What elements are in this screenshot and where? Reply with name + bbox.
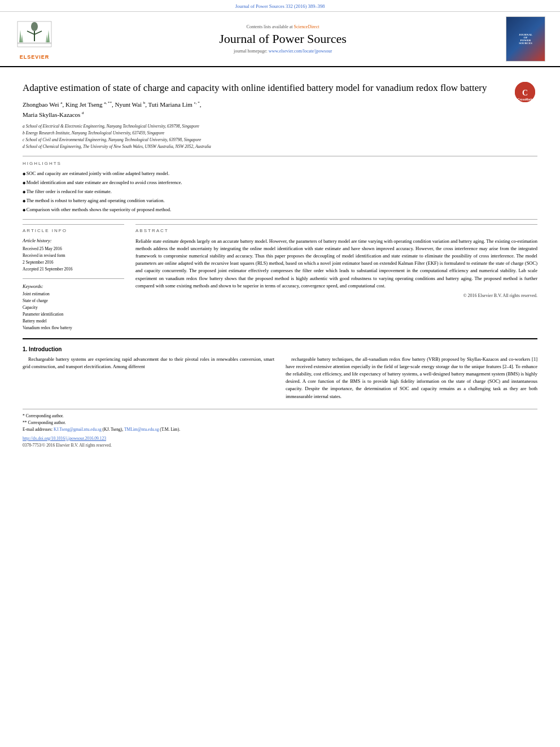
highlights-label: HIGHLIGHTS xyxy=(23,161,537,166)
crossmark-icon: C CrossMark xyxy=(515,82,535,102)
intro-text-left: Rechargeable battery systems are experie… xyxy=(23,356,274,370)
science-direct-label: Contents lists available at ScienceDirec… xyxy=(65,24,500,29)
highlight-4: The method is robust to battery aging an… xyxy=(23,196,537,206)
doi-line: http://dx.doi.org/10.1016/j.jpowsour.201… xyxy=(23,435,537,442)
svg-point-2 xyxy=(31,22,38,31)
received-date: Received 25 May 2016 xyxy=(23,246,124,252)
intro-two-col: Rechargeable battery systems are experie… xyxy=(23,356,537,403)
keywords-label: Keywords: xyxy=(23,283,124,289)
keyword-5: Battery model xyxy=(23,318,124,325)
elsevier-logo-image xyxy=(15,19,54,53)
authors-list: Zhongbao Wei a, King Jet Tseng a, **, Ny… xyxy=(23,100,537,120)
highlight-2: Model identification and state estimate … xyxy=(23,178,537,187)
keyword-4: Parameter identification xyxy=(23,311,124,318)
journal-cover-container: JOURNALOFPOWERSOURCES xyxy=(506,16,551,62)
body-divider xyxy=(23,338,537,339)
keyword-1: Joint estimation xyxy=(23,291,124,298)
keywords-divider xyxy=(23,278,124,279)
keyword-3: Capacity xyxy=(23,304,124,311)
journal-cover-image: JOURNALOFPOWERSOURCES xyxy=(506,16,545,62)
highlights-divider-top xyxy=(23,156,537,156)
journal-header: ELSEVIER Contents lists available at Sci… xyxy=(0,12,560,67)
corresponding-author-2: ** Corresponding author. xyxy=(23,420,537,426)
info-abstract-container: ARTICLE INFO Article history: Received 2… xyxy=(23,224,537,331)
received-revised-label: Received in revised form xyxy=(23,252,124,259)
affiliation-b: b Energy Research Institute, Nanyang Tec… xyxy=(23,130,537,137)
affiliation-c: c School of Civil and Environmental Engi… xyxy=(23,137,537,143)
svg-rect-10 xyxy=(18,42,51,44)
email-addresses: E-mail addresses: KJ.Tseng@gmail.ntu.edu… xyxy=(23,426,537,433)
intro-text-right: rechargeable battery techniques, the all… xyxy=(286,356,537,400)
svg-text:C: C xyxy=(522,89,528,97)
elsevier-logo-container: ELSEVIER xyxy=(9,19,60,60)
keyword-2: State of charge xyxy=(23,298,124,304)
elsevier-brand-text: ELSEVIER xyxy=(20,54,50,60)
article-title-text: Adaptive estimation of state of charge a… xyxy=(23,82,487,93)
highlight-1: SOC and capacity are estimated jointly w… xyxy=(23,169,537,178)
revised-date: 2 September 2016 xyxy=(23,259,124,266)
svg-text:CrossMark: CrossMark xyxy=(518,98,532,101)
highlights-list: SOC and capacity are estimated jointly w… xyxy=(23,169,537,214)
article-history-label: Article history: xyxy=(23,238,124,243)
keyword-6: Vanadium redox flow battery xyxy=(23,325,124,331)
article-info-column: ARTICLE INFO Article history: Received 2… xyxy=(23,224,124,331)
intro-col-right: rechargeable battery techniques, the all… xyxy=(286,356,537,403)
highlight-3: The filter order is reduced for state es… xyxy=(23,187,537,196)
accepted-date: Accepted 21 September 2016 xyxy=(23,266,124,273)
keywords-list: Joint estimation State of charge Capacit… xyxy=(23,291,124,331)
journal-homepage-container: journal homepage: www.elsevier.com/locat… xyxy=(65,49,500,54)
journal-title-container: Contents lists available at ScienceDirec… xyxy=(65,24,500,54)
abstract-text: Reliable state estimate depends largely … xyxy=(135,238,537,290)
cover-text: JOURNALOFPOWERSOURCES xyxy=(519,33,532,45)
page: Journal of Power Sources 332 (2016) 389–… xyxy=(0,0,560,747)
journal-homepage-link[interactable]: www.elsevier.com/locate/jpowsour xyxy=(269,49,332,54)
copyright-text: © 2016 Elsevier B.V. All rights reserved… xyxy=(135,293,537,298)
journal-reference-bar: Journal of Power Sources 332 (2016) 389–… xyxy=(0,0,560,12)
email-link-2[interactable]: TMLim@ntu.edu.sg xyxy=(124,427,159,432)
corresponding-author-1: * Corresponding author. xyxy=(23,413,537,420)
journal-main-title: Journal of Power Sources xyxy=(65,32,500,46)
journal-reference-text: Journal of Power Sources 332 (2016) 389–… xyxy=(235,3,325,9)
affiliation-a: a School of Electrical & Electronic Engi… xyxy=(23,123,537,130)
abstract-label: ABSTRACT xyxy=(135,224,537,233)
article-title-container: Adaptive estimation of state of charge a… xyxy=(23,82,537,94)
article-history-dates: Received 25 May 2016 Received in revised… xyxy=(23,246,124,273)
crossmark-badge: C CrossMark xyxy=(515,82,537,104)
highlight-5: Comparison with other methods shows the … xyxy=(23,206,537,215)
abstract-column: ABSTRACT Reliable state estimate depends… xyxy=(135,224,537,331)
article-info-label: ARTICLE INFO xyxy=(23,224,124,233)
email-link-1[interactable]: KJ.Tseng@gmail.ntu.edu.sg xyxy=(54,427,102,432)
doi-link[interactable]: http://dx.doi.org/10.1016/j.jpowsour.201… xyxy=(23,436,106,441)
intro-col-left: Rechargeable battery systems are experie… xyxy=(23,356,274,403)
email-label: E-mail addresses: xyxy=(23,427,53,432)
affiliation-d: d School of Chemical Engineering, The Un… xyxy=(23,143,537,150)
science-direct-link[interactable]: ScienceDirect xyxy=(294,24,320,29)
intro-heading: 1. Introduction xyxy=(23,346,537,352)
footer-notes: * Corresponding author. ** Corresponding… xyxy=(23,409,537,452)
affiliations-list: a School of Electrical & Electronic Engi… xyxy=(23,123,537,150)
highlights-divider-bottom xyxy=(23,219,537,220)
article-content: Adaptive estimation of state of charge a… xyxy=(0,67,560,458)
issn-line: 0378-7753/© 2016 Elsevier B.V. All right… xyxy=(23,442,537,449)
